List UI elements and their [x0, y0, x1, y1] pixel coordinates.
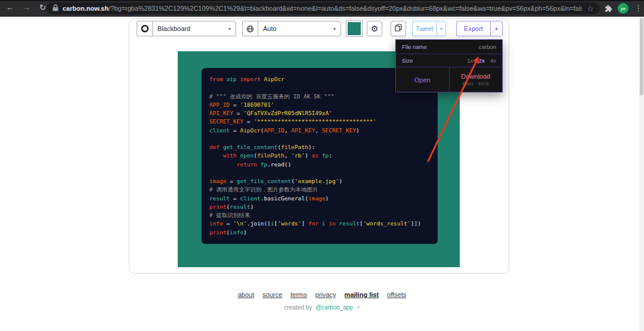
- code-line: [209, 169, 430, 177]
- created-by-prefix: created by: [284, 304, 312, 311]
- reload-icon[interactable]: ↻: [39, 4, 46, 11]
- profile-avatar[interactable]: ye: [618, 3, 628, 14]
- code-line: # """ 改成你的 百度云服务的 ID AK SK """: [209, 92, 430, 101]
- gear-icon: ⚙: [371, 24, 379, 33]
- code-line: API_KEY = 'QFaTVXvZdPrR05dNlR5I49xA': [209, 109, 430, 117]
- code-line: print(result): [209, 203, 430, 211]
- footer-links: aboutsourcetermsprivacymailing listoffse…: [0, 289, 644, 299]
- browser-menu-icon[interactable]: ⋮: [634, 4, 642, 13]
- scrollbar-thumb[interactable]: [640, 18, 643, 95]
- toolbar: Blackboard ▾ Auto ▾ ⚙ Tweet ▾: [129, 21, 509, 36]
- file-name-row: File name carbon: [396, 40, 502, 54]
- url-path: /?bg=rgba%2831%2C129%2C109%2C1%29&t=blac…: [109, 5, 582, 12]
- theme-select-group: Blackboard ▾: [137, 21, 236, 36]
- size-option-2x[interactable]: 2x: [478, 57, 485, 64]
- format-png: PNG: [463, 81, 474, 86]
- language-select-group: Auto ▾: [242, 21, 341, 36]
- window-frame-strip: [0, 0, 644, 1]
- code-line: return fp.read(): [209, 160, 430, 169]
- carbon-logo-icon[interactable]: [137, 21, 152, 36]
- export-actions-row: Open Download PNGSVG: [396, 67, 502, 92]
- browser-nav-buttons: ← → ↻: [6, 4, 46, 11]
- ssl-lock-icon[interactable]: [52, 3, 58, 14]
- code-line: # 调用通用文字识别，图片参数为本地图片: [209, 185, 430, 194]
- created-by: created by @carbon_app ~: [0, 304, 644, 311]
- export-button[interactable]: Export: [456, 21, 490, 36]
- url-text: carbon.now.sh/?bg=rgba%2831%2C129%2C109%…: [63, 5, 582, 12]
- tweet-button[interactable]: Tweet: [412, 21, 436, 36]
- size-row: Size 1x2x4x: [396, 54, 502, 67]
- footer-link-offsets[interactable]: offsets: [387, 291, 406, 298]
- back-icon[interactable]: ←: [6, 4, 14, 11]
- size-option-4x[interactable]: 4x: [490, 57, 496, 64]
- chevron-down-icon: ▾: [228, 26, 231, 32]
- forward-icon[interactable]: →: [23, 4, 30, 11]
- footer-link-about[interactable]: about: [238, 291, 255, 298]
- globe-icon[interactable]: [242, 21, 258, 36]
- settings-button[interactable]: ⚙: [367, 21, 382, 36]
- copy-button[interactable]: [391, 21, 406, 36]
- background-color-swatch[interactable]: [346, 21, 362, 36]
- export-menu: File name carbon Size 1x2x4x Open Downlo…: [395, 39, 503, 92]
- scrollbar-track[interactable]: [639, 17, 644, 331]
- code-line: with open(filePath, 'rb') as fp:: [209, 151, 430, 160]
- created-by-suffix: ~: [357, 304, 360, 311]
- address-bar[interactable]: carbon.now.sh/?bg=rgba%2831%2C129%2C109%…: [47, 2, 600, 14]
- footer-link-mailing-list[interactable]: mailing list: [345, 291, 379, 298]
- size-option-1x[interactable]: 1x: [467, 57, 473, 64]
- file-name-input[interactable]: carbon: [479, 44, 496, 50]
- carbon-app-link[interactable]: @carbon_app: [315, 304, 353, 311]
- extensions-puzzle-icon[interactable]: [605, 4, 612, 15]
- tweet-button-group: Tweet ▾: [412, 21, 446, 36]
- tweet-dropdown-chevron[interactable]: ▾: [436, 21, 446, 36]
- bookmark-star-icon[interactable]: ☆: [587, 4, 594, 13]
- format-svg: SVG: [478, 81, 488, 86]
- code-line: print(info): [209, 228, 430, 237]
- code-line: image = get_file_content('example.jpg'): [209, 177, 430, 185]
- language-select-value: Auto: [263, 25, 277, 32]
- theme-select[interactable]: Blackboard ▾: [152, 21, 236, 36]
- download-button[interactable]: Download PNGSVG: [450, 67, 503, 92]
- footer-link-source[interactable]: source: [262, 291, 282, 298]
- code-line: info = '\n'.join([i['words'] for i in re…: [209, 219, 430, 228]
- url-domain: carbon.now.sh: [63, 5, 109, 12]
- code-line: result = client.basicGeneral(image): [209, 194, 430, 203]
- size-label: Size: [402, 57, 413, 64]
- size-options: 1x2x4x: [467, 57, 496, 64]
- export-button-group: Export ▾: [456, 21, 503, 36]
- download-formats: PNGSVG: [463, 81, 489, 86]
- download-label: Download: [461, 73, 490, 80]
- copy-icon: [395, 24, 402, 33]
- language-select[interactable]: Auto ▾: [258, 21, 341, 36]
- footer-link-privacy[interactable]: privacy: [315, 291, 336, 298]
- footer-link-terms[interactable]: terms: [290, 291, 307, 298]
- code-window[interactable]: from aip import AipOcr # """ 改成你的 百度云服务的…: [202, 68, 438, 244]
- file-name-label: File name: [402, 44, 427, 50]
- code-line: APP_ID = '18690701': [209, 101, 430, 109]
- code-line: # 提取识别结果: [209, 211, 430, 219]
- theme-select-value: Blackboard: [157, 25, 190, 32]
- code-line: [209, 135, 430, 143]
- open-button[interactable]: Open: [396, 67, 450, 92]
- export-dropdown-chevron[interactable]: ▾: [490, 21, 503, 36]
- code-line: SECRET_KEY = '**************************…: [209, 117, 430, 126]
- code-lines[interactable]: from aip import AipOcr # """ 改成你的 百度云服务的…: [209, 75, 430, 237]
- code-line: def get_file_content(filePath):: [209, 143, 430, 151]
- chevron-down-icon: ▾: [333, 26, 336, 32]
- code-line: client = AipOcr(APP_ID, API_KEY, SECRET_…: [209, 126, 430, 135]
- browser-chrome: ← → ↻ carbon.now.sh/?bg=rgba%2831%2C129%…: [0, 0, 644, 17]
